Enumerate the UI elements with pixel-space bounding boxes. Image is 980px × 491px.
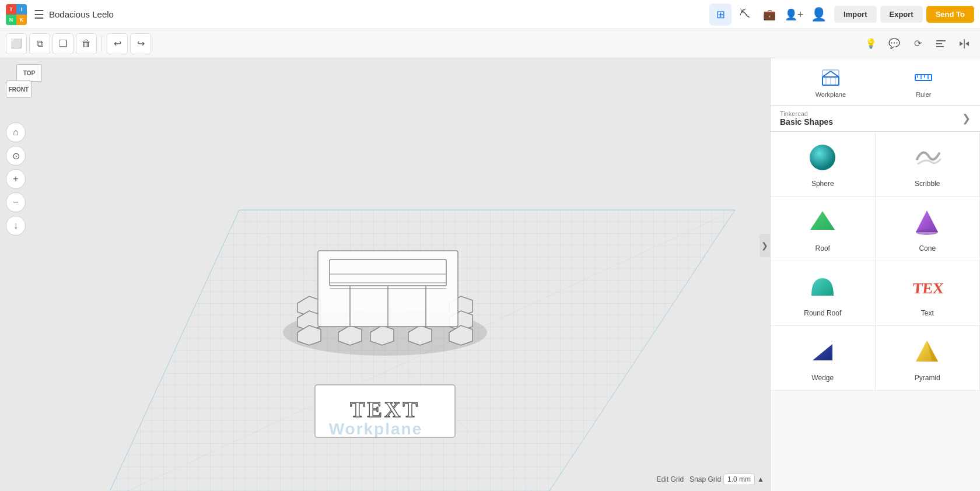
delete-button[interactable]: 🗑 bbox=[76, 33, 97, 54]
zoom-in-button[interactable]: + bbox=[6, 169, 26, 189]
add-person-button[interactable]: 👤+ bbox=[783, 3, 805, 26]
fit-button[interactable]: ⊙ bbox=[6, 146, 26, 166]
main-area: TOP FRONT ⌂ ⊙ + − ↓ bbox=[0, 58, 980, 491]
category-title: Basic Shapes bbox=[780, 117, 833, 127]
svg-marker-4 bbox=[960, 41, 963, 46]
svg-rect-0 bbox=[936, 40, 946, 41]
pyramid-label: Pyramid bbox=[915, 374, 940, 382]
category-label: Tinkercad bbox=[780, 110, 833, 117]
logo-k: K bbox=[16, 15, 27, 25]
cone-label: Cone bbox=[919, 244, 936, 252]
send-to-button[interactable]: Send To bbox=[926, 6, 974, 23]
shape-text[interactable]: TEXT Text bbox=[876, 261, 981, 326]
pick-button[interactable]: ⛏ bbox=[734, 3, 756, 26]
home-button[interactable]: ⌂ bbox=[6, 122, 26, 142]
duplicate-button[interactable]: ❑ bbox=[52, 33, 74, 54]
download-button[interactable]: ↓ bbox=[6, 216, 26, 236]
text-shape-icon: TEXT bbox=[910, 269, 945, 304]
roof-label: Roof bbox=[816, 244, 830, 252]
briefcase-button[interactable]: 💼 bbox=[758, 3, 780, 26]
workplane-tool-label: Workplane bbox=[816, 91, 846, 98]
new-button[interactable]: ⬜ bbox=[6, 33, 27, 54]
sphere-icon bbox=[805, 140, 840, 175]
panel-header: Tinkercad Basic Shapes ❯ bbox=[771, 106, 980, 132]
snap-grid-control: Snap Grid 1.0 mm ▲ bbox=[690, 474, 764, 485]
copy-button[interactable]: ⧉ bbox=[29, 33, 50, 54]
svg-text:TEXT: TEXT bbox=[350, 397, 419, 422]
svg-rect-1 bbox=[936, 43, 942, 44]
text-shape-label: Text bbox=[921, 309, 934, 317]
svg-rect-2 bbox=[936, 46, 944, 47]
logo-i: I bbox=[16, 4, 27, 15]
toolbar-separator bbox=[102, 36, 102, 52]
shape-wedge[interactable]: Wedge bbox=[771, 326, 876, 391]
svg-marker-42 bbox=[810, 211, 835, 230]
top-right-icons: ⊞ ⛏ 💼 👤+ 👤 bbox=[709, 3, 830, 26]
panel-header-content: Tinkercad Basic Shapes bbox=[780, 110, 833, 127]
view-cube-top[interactable]: TOP bbox=[16, 64, 42, 82]
redo-button[interactable]: ↪ bbox=[130, 33, 151, 54]
snap-grid-label: Snap Grid bbox=[690, 475, 721, 483]
ruler-tool-icon bbox=[912, 65, 935, 89]
panel-tools: Workplane Ruler bbox=[771, 58, 980, 106]
shape-roof[interactable]: Roof bbox=[771, 197, 876, 261]
view-cube[interactable]: TOP FRONT bbox=[6, 64, 52, 111]
shape-round-roof[interactable]: Round Roof bbox=[771, 261, 876, 326]
header-actions: Import Export Send To bbox=[834, 6, 974, 23]
snap-arrow-icon[interactable]: ▲ bbox=[757, 475, 764, 483]
shape-scribble[interactable]: Scribble bbox=[876, 132, 981, 197]
menu-icon[interactable]: ☰ bbox=[34, 8, 44, 22]
avatar-button[interactable]: 👤 bbox=[807, 3, 830, 26]
shape-pyramid[interactable]: Pyramid bbox=[876, 326, 981, 391]
right-panel: Workplane Ruler Tinkercad B bbox=[770, 58, 980, 491]
undo-button[interactable]: ↩ bbox=[107, 33, 128, 54]
import-button[interactable]: Import bbox=[834, 6, 876, 23]
left-toolbar: ⌂ ⊙ + − ↓ bbox=[6, 122, 26, 236]
svg-point-44 bbox=[916, 229, 938, 235]
flip-button[interactable]: ⟳ bbox=[908, 34, 928, 54]
view-cube-front[interactable]: FRONT bbox=[6, 80, 32, 98]
logo-t: T bbox=[6, 4, 16, 15]
svg-marker-46 bbox=[813, 344, 832, 360]
workplane-tool[interactable]: Workplane bbox=[816, 65, 846, 98]
toolbar: ⬜ ⧉ ❑ 🗑 ↩ ↪ 💡 💬 ⟳ bbox=[0, 29, 980, 58]
cone-icon bbox=[910, 205, 945, 240]
roof-icon bbox=[805, 205, 840, 240]
grid-view-button[interactable]: ⊞ bbox=[709, 3, 732, 26]
shape-cone[interactable]: Cone bbox=[876, 197, 981, 261]
tinkercad-logo[interactable]: T I N K bbox=[6, 4, 27, 25]
wedge-label: Wedge bbox=[811, 374, 834, 382]
panel-collapse-arrow[interactable]: ❯ bbox=[962, 112, 971, 125]
round-roof-label: Round Roof bbox=[804, 309, 841, 317]
shape-sphere[interactable]: Sphere bbox=[771, 132, 876, 197]
sphere-label: Sphere bbox=[811, 180, 834, 188]
ruler-tool[interactable]: Ruler bbox=[912, 65, 935, 98]
mirror-button[interactable] bbox=[954, 34, 974, 54]
shapes-grid: Sphere Scribble bbox=[771, 132, 980, 391]
toolbar-right: 💡 💬 ⟳ bbox=[861, 34, 974, 54]
top-bar: T I N K ☰ Bodacious Leelo ⊞ ⛏ 💼 👤+ 👤 Imp… bbox=[0, 0, 980, 29]
round-roof-icon bbox=[805, 269, 840, 304]
align-button[interactable] bbox=[931, 34, 951, 54]
svg-text:TEXT: TEXT bbox=[912, 280, 943, 297]
light-button[interactable]: 💡 bbox=[861, 34, 881, 54]
workplane-scene: TEXT bbox=[0, 58, 770, 491]
edit-grid-button[interactable]: Edit Grid bbox=[656, 475, 684, 483]
bottom-bar: Edit Grid Snap Grid 1.0 mm ▲ bbox=[656, 474, 764, 485]
scribble-label: Scribble bbox=[915, 180, 940, 188]
zoom-out-button[interactable]: − bbox=[6, 192, 26, 212]
svg-marker-5 bbox=[965, 41, 969, 46]
svg-marker-43 bbox=[916, 211, 938, 232]
snap-value[interactable]: 1.0 mm bbox=[723, 474, 755, 485]
export-button[interactable]: Export bbox=[880, 6, 923, 23]
comment-button[interactable]: 💬 bbox=[884, 34, 904, 54]
svg-line-31 bbox=[831, 71, 839, 77]
wedge-icon bbox=[805, 334, 840, 369]
svg-line-30 bbox=[822, 71, 831, 77]
panel-collapse-button[interactable]: ❯ bbox=[760, 234, 770, 257]
canvas-area[interactable]: TOP FRONT ⌂ ⊙ + − ↓ bbox=[0, 58, 770, 491]
workplane-tool-icon bbox=[819, 65, 842, 89]
pyramid-icon bbox=[910, 334, 945, 369]
logo-n: N bbox=[6, 15, 16, 25]
project-title[interactable]: Bodacious Leelo bbox=[49, 9, 705, 19]
